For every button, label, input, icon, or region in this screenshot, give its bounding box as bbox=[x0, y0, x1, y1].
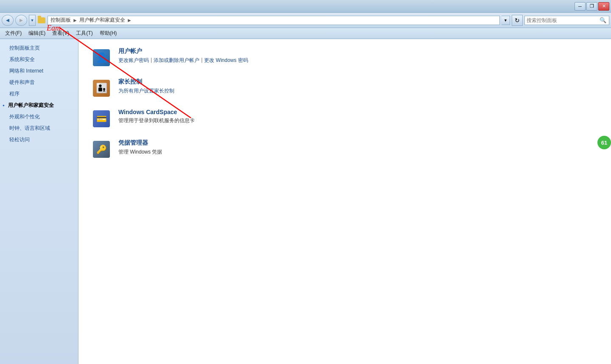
section-credentials-title[interactable]: 凭据管理器 bbox=[118, 139, 598, 147]
link-change-windows-password[interactable]: 更改 Windows 密码 bbox=[204, 57, 248, 64]
search-input[interactable] bbox=[527, 17, 597, 23]
menu-edit[interactable]: 编辑(E) bbox=[25, 29, 49, 38]
section-users: 👤 用户帐户 更改账户密码 | 添加或删除用户帐户 | 更改 Windows 密… bbox=[91, 48, 598, 68]
minimize-button[interactable]: ─ bbox=[575, 2, 586, 11]
breadcrumb-sep-1: ► bbox=[73, 17, 78, 23]
sidebar-item-accessibility[interactable]: 轻松访问 bbox=[0, 134, 78, 146]
badge-label: 61 bbox=[601, 140, 607, 146]
title-bar: ─ ❐ ✕ bbox=[0, 0, 611, 13]
restore-button[interactable]: ❐ bbox=[586, 2, 597, 11]
main-layout: 控制面板主页 系统和安全 网络和 Internet 硬件和声音 程序 用户帐户和… bbox=[0, 39, 611, 364]
address-input-box[interactable]: 控制面板 ► 用户帐户和家庭安全 ► bbox=[48, 16, 500, 25]
search-button[interactable]: 🔍 bbox=[599, 16, 607, 25]
address-folder-icon bbox=[37, 16, 46, 25]
sidebar-item-home[interactable]: 控制面板主页 bbox=[0, 42, 78, 54]
section-cardspace-content: Windows CardSpace 管理用于登录到联机服务的信息卡 bbox=[118, 109, 598, 124]
menu-view[interactable]: 查看(V) bbox=[49, 29, 73, 38]
section-parental-content: 家长控制 为所有用户设置家长控制 bbox=[118, 78, 598, 95]
sidebar: 控制面板主页 系统和安全 网络和 Internet 硬件和声音 程序 用户帐户和… bbox=[0, 39, 78, 364]
sidebar-item-programs[interactable]: 程序 bbox=[0, 88, 78, 100]
section-cardspace-icon: 💳 bbox=[91, 109, 112, 129]
section-users-title[interactable]: 用户帐户 bbox=[118, 48, 598, 55]
sidebar-item-users[interactable]: 用户帐户和家庭安全 bbox=[0, 100, 78, 111]
section-credentials-desc: 管理 Windows 凭据 bbox=[118, 148, 598, 156]
sidebar-item-appearance[interactable]: 外观和个性化 bbox=[0, 111, 78, 123]
section-users-icon: 👤 bbox=[91, 48, 112, 68]
close-button[interactable]: ✕ bbox=[598, 2, 609, 11]
sidebar-item-clock[interactable]: 时钟、语言和区域 bbox=[0, 123, 78, 134]
breadcrumb-item-1: 控制面板 bbox=[50, 17, 71, 24]
parental-icon-graphic: 👨‍👦 bbox=[93, 80, 110, 97]
content-area: 👤 用户帐户 更改账户密码 | 添加或删除用户帐户 | 更改 Windows 密… bbox=[78, 39, 611, 364]
credentials-icon-graphic: 🔑 bbox=[93, 141, 110, 158]
link-add-remove-users[interactable]: 添加或删除用户帐户 bbox=[154, 57, 199, 64]
green-badge: 61 bbox=[597, 136, 611, 149]
back-button[interactable]: ◄ bbox=[2, 15, 14, 26]
section-cardspace-title[interactable]: Windows CardSpace bbox=[118, 109, 598, 115]
section-credentials-content: 凭据管理器 管理 Windows 凭据 bbox=[118, 139, 598, 156]
search-box: 🔍 bbox=[524, 16, 609, 25]
section-parental: 👨‍👦 家长控制 为所有用户设置家长控制 bbox=[91, 78, 598, 98]
users-icon-graphic: 👤 bbox=[93, 49, 110, 66]
section-parental-links: 为所有用户设置家长控制 bbox=[118, 87, 598, 95]
menu-bar: 文件(F) 编辑(E) 查看(V) 工具(T) 帮助(H) bbox=[0, 28, 611, 39]
section-credentials-icon: 🔑 bbox=[91, 139, 112, 160]
breadcrumb-item-2: 用户帐户和家庭安全 bbox=[79, 17, 125, 24]
section-users-links: 更改账户密码 | 添加或删除用户帐户 | 更改 Windows 密码 bbox=[118, 57, 598, 64]
breadcrumb-sep-2: ► bbox=[127, 17, 132, 23]
nav-dropdown-button[interactable]: ▼ bbox=[29, 15, 36, 26]
menu-file[interactable]: 文件(F) bbox=[2, 29, 25, 38]
section-cardspace-desc: 管理用于登录到联机服务的信息卡 bbox=[118, 117, 598, 124]
section-cardspace: 💳 Windows CardSpace 管理用于登录到联机服务的信息卡 bbox=[91, 109, 598, 129]
section-parental-title[interactable]: 家长控制 bbox=[118, 78, 598, 86]
section-parental-icon: 👨‍👦 bbox=[91, 78, 112, 98]
forward-button[interactable]: ► bbox=[15, 15, 27, 26]
sidebar-item-network[interactable]: 网络和 Internet bbox=[0, 65, 78, 77]
sidebar-item-hardware[interactable]: 硬件和声音 bbox=[0, 77, 78, 88]
link-parental-settings[interactable]: 为所有用户设置家长控制 bbox=[118, 87, 174, 95]
menu-help[interactable]: 帮助(H) bbox=[96, 29, 121, 38]
sidebar-item-system[interactable]: 系统和安全 bbox=[0, 54, 78, 65]
section-users-content: 用户帐户 更改账户密码 | 添加或删除用户帐户 | 更改 Windows 密码 bbox=[118, 48, 598, 64]
section-credentials: 🔑 凭据管理器 管理 Windows 凭据 bbox=[91, 139, 598, 160]
title-bar-buttons: ─ ❐ ✕ bbox=[575, 2, 609, 11]
cardspace-icon-graphic: 💳 bbox=[93, 110, 110, 127]
link-change-password[interactable]: 更改账户密码 bbox=[118, 57, 149, 64]
address-dropdown-button[interactable]: ▼ bbox=[502, 16, 510, 25]
address-bar: ◄ ► ▼ 控制面板 ► 用户帐户和家庭安全 ► ▼ ↻ 🔍 bbox=[0, 13, 611, 28]
menu-tools[interactable]: 工具(T) bbox=[73, 29, 96, 38]
refresh-button[interactable]: ↻ bbox=[512, 15, 523, 26]
